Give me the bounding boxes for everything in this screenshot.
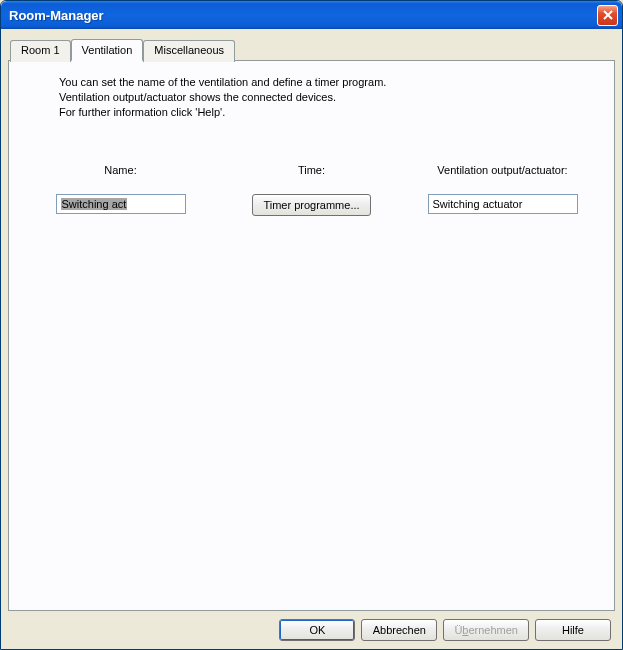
apply-button: Übernehmen [443, 619, 529, 641]
tab-container: Room 1 Ventilation Miscellaneous You can… [8, 39, 615, 611]
desc-line3: For further information click 'Help'. [59, 105, 598, 120]
help-button[interactable]: Hilfe [535, 619, 611, 641]
desc-line2: Ventilation output/actuator shows the co… [59, 90, 598, 105]
col-name: Name: Switching act [25, 164, 216, 216]
dialog-footer: OK Abbrechen Übernehmen Hilfe [8, 611, 615, 641]
name-input-value: Switching act [61, 198, 128, 210]
description-text: You can set the name of the ventilation … [59, 75, 598, 120]
window-root: Room-Manager Room 1 Ventilation Miscella… [0, 0, 623, 650]
output-value: Switching actuator [433, 198, 523, 210]
col-time: Time: Timer programme... [216, 164, 407, 216]
close-button[interactable] [597, 5, 618, 26]
col-output: Ventilation output/actuator: Switching a… [407, 164, 598, 216]
name-input[interactable]: Switching act [56, 194, 186, 214]
window-title: Room-Manager [9, 8, 597, 23]
output-display: Switching actuator [428, 194, 578, 214]
output-label: Ventilation output/actuator: [437, 164, 567, 176]
ok-button[interactable]: OK [279, 619, 355, 641]
tab-panel-ventilation: You can set the name of the ventilation … [8, 60, 615, 611]
tab-room1[interactable]: Room 1 [10, 40, 71, 62]
desc-line1: You can set the name of the ventilation … [59, 75, 598, 90]
tab-ventilation[interactable]: Ventilation [71, 39, 144, 61]
time-label: Time: [298, 164, 325, 176]
name-label: Name: [104, 164, 136, 176]
timer-programme-button[interactable]: Timer programme... [252, 194, 370, 216]
client-area: Room 1 Ventilation Miscellaneous You can… [1, 29, 622, 649]
tab-miscellaneous[interactable]: Miscellaneous [143, 40, 235, 62]
columns-row: Name: Switching act Time: Timer programm… [25, 164, 598, 216]
tab-row: Room 1 Ventilation Miscellaneous [8, 39, 615, 61]
cancel-button[interactable]: Abbrechen [361, 619, 437, 641]
titlebar[interactable]: Room-Manager [1, 1, 622, 29]
close-icon [603, 10, 613, 20]
